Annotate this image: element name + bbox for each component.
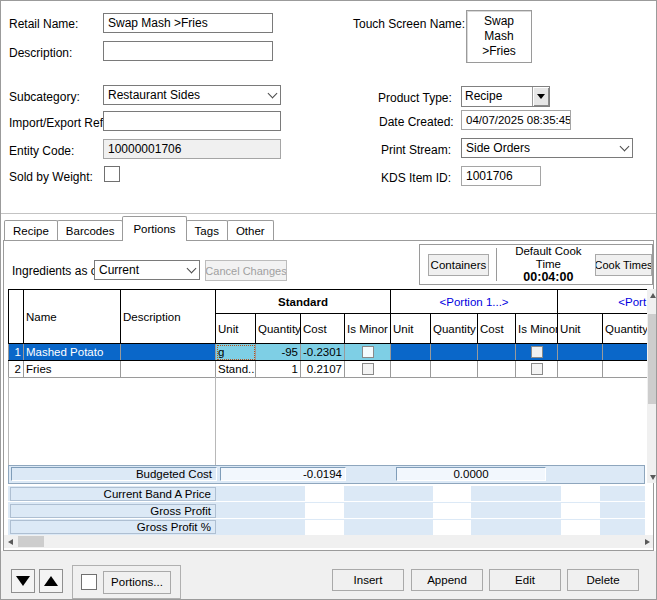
- print-stream-value: Side Orders: [466, 141, 530, 155]
- is-minor-checkbox[interactable]: [531, 363, 543, 375]
- tab-tags[interactable]: Tags: [186, 220, 228, 240]
- tab-barcodes[interactable]: Barcodes: [57, 220, 124, 240]
- column-header-unit[interactable]: Unit: [391, 314, 431, 344]
- column-header-unit[interactable]: Unit: [558, 314, 603, 344]
- cancel-changes-button[interactable]: Cancel Changes: [205, 260, 287, 281]
- column-header-cost[interactable]: Cost: [301, 314, 345, 344]
- cook-times-button[interactable]: Cook Times: [595, 254, 652, 276]
- product-type-value: Recipe: [462, 87, 532, 106]
- tab-other[interactable]: Other: [227, 220, 274, 240]
- name-cell[interactable]: Fries: [24, 361, 121, 378]
- column-header-name[interactable]: Name: [24, 290, 121, 344]
- unit-cell[interactable]: g: [216, 344, 256, 361]
- dropdown-arrow-button[interactable]: [532, 87, 549, 106]
- portion1-unit-cell[interactable]: [391, 361, 431, 378]
- column-header-is-minor[interactable]: Is Minor: [516, 314, 558, 344]
- scroll-up-arrow[interactable]: [647, 289, 657, 301]
- unit-cell[interactable]: Stand...: [216, 361, 256, 378]
- quantity-cell[interactable]: 1: [256, 361, 301, 378]
- description-cell[interactable]: [121, 361, 216, 378]
- print-stream-select[interactable]: Side Orders: [461, 138, 633, 158]
- scroll-left-arrow[interactable]: [4, 535, 16, 548]
- row-number-cell[interactable]: 1: [9, 344, 24, 361]
- budgeted-cost-row: Budgeted Cost -0.0194 0.0000: [8, 465, 645, 484]
- ingredients-as-of-select[interactable]: Current: [94, 260, 200, 280]
- scroll-right-arrow[interactable]: [641, 535, 653, 548]
- touch-screen-name-label: Touch Screen Name:: [353, 17, 465, 31]
- vertical-scrollbar-thumb[interactable]: [648, 314, 657, 404]
- is-minor-checkbox[interactable]: [362, 363, 374, 375]
- product-type-select[interactable]: Recipe: [461, 86, 550, 107]
- kds-item-id-label: KDS Item ID:: [381, 171, 451, 185]
- portion1-is-minor-cell[interactable]: [516, 344, 558, 361]
- group-header-portion2[interactable]: <Port: [558, 290, 647, 314]
- portions-checkbox[interactable]: [81, 574, 97, 590]
- is-minor-checkbox[interactable]: [362, 346, 374, 358]
- value-cell: [561, 520, 600, 535]
- column-header-is-minor[interactable]: Is Minor: [345, 314, 391, 344]
- scroll-down-arrow[interactable]: [647, 471, 657, 483]
- chevron-down-icon: [620, 141, 630, 151]
- description-cell[interactable]: [121, 344, 216, 361]
- group-header-portion1[interactable]: <Portion 1...>: [391, 290, 558, 314]
- edit-button[interactable]: Edit: [489, 569, 561, 591]
- tab-portions[interactable]: Portions: [122, 216, 186, 241]
- current-band-a-price-label: Current Band A Price: [10, 487, 216, 501]
- move-up-button[interactable]: [39, 569, 63, 593]
- column-header-quantity[interactable]: Quantity: [256, 314, 301, 344]
- portion1-cost-cell[interactable]: [478, 361, 516, 378]
- is-minor-cell[interactable]: [345, 361, 391, 378]
- subcategory-select[interactable]: Restaurant Sides: [103, 85, 281, 105]
- value-cell: [561, 503, 600, 518]
- column-header-quantity[interactable]: Quantity: [431, 314, 478, 344]
- touch-screen-name-box[interactable]: Swap Mash >Fries: [466, 10, 532, 63]
- table-row[interactable]: 1 Mashed Potato g -95 -0.2301: [9, 344, 648, 361]
- import-export-ref-label: Import/Export Ref:: [9, 116, 106, 130]
- grid-vertical-scrollbar[interactable]: [647, 289, 657, 483]
- value-cell: [305, 486, 344, 501]
- is-minor-checkbox[interactable]: [531, 346, 543, 358]
- import-export-ref-input[interactable]: [103, 111, 281, 131]
- column-header-cost[interactable]: Cost: [478, 314, 516, 344]
- touch-screen-name-line2: Mash: [467, 29, 531, 44]
- cost-cell[interactable]: 0.2107: [301, 361, 345, 378]
- row-number-cell[interactable]: 2: [9, 361, 24, 378]
- portion2-unit-cell[interactable]: [558, 361, 603, 378]
- move-down-button[interactable]: [11, 569, 35, 593]
- column-header-description[interactable]: Description: [121, 290, 216, 344]
- column-header-quantity[interactable]: Quantity: [603, 314, 647, 344]
- insert-button[interactable]: Insert: [332, 569, 404, 591]
- portion1-unit-cell[interactable]: [391, 344, 431, 361]
- triangle-down-icon: [537, 94, 545, 99]
- append-button[interactable]: Append: [411, 569, 483, 591]
- portion1-cost-cell[interactable]: [478, 344, 516, 361]
- is-minor-cell[interactable]: [345, 344, 391, 361]
- portion2-quantity-cell[interactable]: [603, 361, 647, 378]
- group-header-standard[interactable]: Standard: [216, 290, 391, 314]
- portion2-unit-cell[interactable]: [558, 344, 603, 361]
- quantity-cell[interactable]: -95: [256, 344, 301, 361]
- name-cell[interactable]: Mashed Potato: [24, 344, 121, 361]
- value-cell: [433, 520, 471, 535]
- retail-name-input[interactable]: [103, 13, 273, 33]
- budgeted-cost-standard-value: -0.0194: [220, 467, 346, 481]
- delete-button[interactable]: Delete: [567, 569, 639, 591]
- portion1-quantity-cell[interactable]: [431, 344, 478, 361]
- portion1-is-minor-cell[interactable]: [516, 361, 558, 378]
- description-input[interactable]: [103, 41, 273, 61]
- portion2-quantity-cell[interactable]: [603, 344, 647, 361]
- portion1-quantity-cell[interactable]: [431, 361, 478, 378]
- horizontal-scrollbar-thumb[interactable]: [18, 536, 44, 547]
- vertical-divider: [496, 248, 497, 281]
- cost-cell[interactable]: -0.2301: [301, 344, 345, 361]
- cook-time-group: Containers Default Cook Time 00:04:00 Co…: [419, 244, 653, 285]
- column-header-unit[interactable]: Unit: [216, 314, 256, 344]
- containers-button[interactable]: Containers: [428, 254, 489, 276]
- sold-by-weight-checkbox[interactable]: [104, 166, 120, 182]
- portions-button[interactable]: Portions...: [103, 571, 171, 594]
- budgeted-cost-portion1-value: 0.0000: [396, 467, 546, 481]
- tab-recipe[interactable]: Recipe: [4, 220, 58, 240]
- portions-group: Portions...: [72, 565, 181, 599]
- grid-horizontal-scrollbar[interactable]: [4, 535, 653, 548]
- table-row[interactable]: 2 Fries Stand... 1 0.2107: [9, 361, 648, 378]
